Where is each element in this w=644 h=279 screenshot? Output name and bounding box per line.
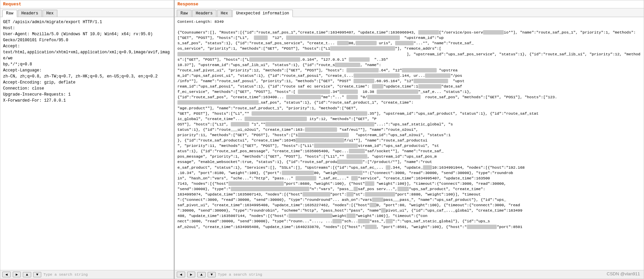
response-prev-btn[interactable]: ◀ [177, 272, 185, 277]
request-up-btn[interactable]: ▲ [23, 272, 31, 277]
request-tab-bar: Raw Headers Hex [0, 8, 174, 17]
response-content: Content-Length: 8349 {"Counsumers":[], "… [175, 17, 644, 270]
response-tab-raw[interactable]: Raw [177, 10, 192, 17]
request-tab-raw[interactable]: Raw [2, 10, 17, 17]
request-tab-hex[interactable]: Hex [43, 10, 57, 17]
response-tab-bar: Raw Headers Hex Unexpected information [175, 8, 644, 17]
response-tab-hex[interactable]: Hex [217, 10, 232, 17]
response-panel: Response Raw Headers Hex Unexpected info… [174, 0, 644, 279]
response-body: {"Counsumers":[], "Routes":[{"id":"route… [177, 30, 640, 229]
response-search-hint: Type a search string [218, 273, 262, 277]
request-bottom-bar: ◀ ▶ ▲ ▼ Type a search string [0, 270, 174, 279]
response-next-btn[interactable]: ▶ [187, 272, 196, 277]
watermark-label: CSDN @vlan911 [607, 271, 640, 276]
response-bottom-bar: ◀ ▶ ▲ ▼ Type a search string [175, 270, 644, 279]
content-length-label: Content-Length: 8349 [177, 19, 224, 24]
response-tab-unexpected[interactable]: Unexpected information [232, 10, 293, 17]
request-down-btn[interactable]: ▼ [33, 272, 42, 277]
response-panel-title: Response [175, 0, 644, 8]
request-prev-btn[interactable]: ◀ [2, 272, 11, 277]
request-panel-title: Request [0, 0, 174, 8]
response-up-btn[interactable]: ▲ [197, 272, 206, 277]
request-tab-headers[interactable]: Headers [18, 10, 42, 17]
request-next-btn[interactable]: ▶ [13, 272, 21, 277]
response-tab-headers[interactable]: Headers [192, 10, 216, 17]
request-panel: Request Raw Headers Hex GET /apisix/admi… [0, 0, 174, 279]
request-search-hint: Type a search string [43, 273, 88, 277]
request-content: GET /apisix/admin/migrate/export HTTP/1.… [0, 17, 174, 270]
response-down-btn[interactable]: ▼ [208, 272, 216, 277]
